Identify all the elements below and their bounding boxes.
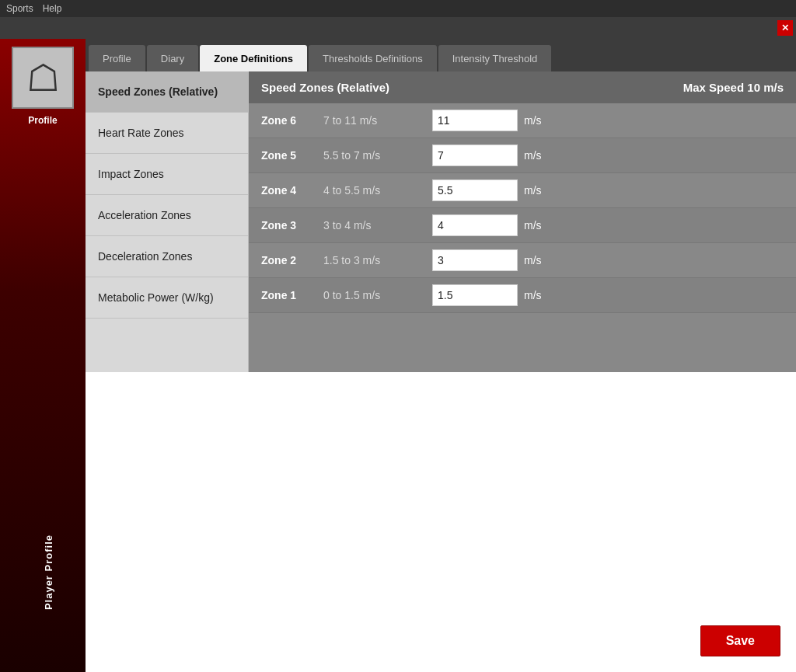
zone-name: Zone 6 bbox=[261, 114, 323, 127]
avatar-icon: ☖ bbox=[26, 56, 60, 99]
zone-nav-speed-zones[interactable]: Speed Zones (Relative) bbox=[86, 71, 248, 113]
zone-range: 5.5 to 7 m/s bbox=[323, 149, 432, 162]
zone-range: 1.5 to 3 m/s bbox=[323, 254, 432, 266]
zone-content: Speed Zones (Relative) Heart Rate Zones … bbox=[86, 71, 796, 372]
zone-panel-max-speed: Max Speed 10 m/s bbox=[683, 81, 784, 94]
zone-name: Zone 4 bbox=[261, 184, 323, 197]
tab-intensity-threshold[interactable]: Intensity Threshold bbox=[438, 45, 552, 71]
tab-profile[interactable]: Profile bbox=[89, 45, 145, 71]
zone-name: Zone 1 bbox=[261, 289, 323, 301]
menu-sports[interactable]: Sports bbox=[6, 3, 33, 14]
save-area: Save bbox=[700, 625, 780, 656]
sidebar: ☖ Profile Player Profile bbox=[0, 39, 86, 672]
zone-name: Zone 3 bbox=[261, 219, 323, 232]
tab-diary[interactable]: Diary bbox=[147, 45, 198, 71]
zone-unit: m/s bbox=[524, 219, 542, 232]
zone-row: Zone 55.5 to 7 m/sm/s bbox=[249, 138, 796, 173]
sidebar-profile-label: Profile bbox=[28, 115, 57, 126]
zone-name: Zone 2 bbox=[261, 254, 323, 266]
zone-name: Zone 5 bbox=[261, 149, 323, 162]
main-panel: Profile Diary Zone Definitions Threshold… bbox=[86, 39, 796, 672]
zone-range: 4 to 5.5 m/s bbox=[323, 184, 432, 197]
zone-nav-deceleration[interactable]: Deceleration Zones bbox=[86, 236, 248, 277]
zone-nav-heart-rate[interactable]: Heart Rate Zones bbox=[86, 113, 248, 154]
zone-range: 0 to 1.5 m/s bbox=[323, 289, 432, 301]
title-bar: ✕ bbox=[0, 17, 796, 39]
zone-rows-container: Zone 67 to 11 m/sm/sZone 55.5 to 7 m/sm/… bbox=[249, 103, 796, 313]
zone-row: Zone 33 to 4 m/sm/s bbox=[249, 208, 796, 243]
panel-background bbox=[86, 372, 796, 673]
zone-value-input[interactable] bbox=[432, 144, 518, 166]
zone-unit: m/s bbox=[524, 114, 542, 127]
zone-panel-title: Speed Zones (Relative) bbox=[261, 81, 389, 94]
zone-range: 7 to 11 m/s bbox=[323, 114, 432, 127]
zone-value-input[interactable] bbox=[432, 214, 518, 236]
zone-unit: m/s bbox=[524, 254, 542, 266]
tab-thresholds-definitions[interactable]: Thresholds Definitions bbox=[309, 45, 437, 71]
tab-zone-definitions[interactable]: Zone Definitions bbox=[200, 45, 307, 71]
main-window: ✕ ☖ Profile Player Profile Profile Diary… bbox=[0, 17, 796, 672]
zone-nav-impact-zones[interactable]: Impact Zones bbox=[86, 154, 248, 195]
zone-value-input[interactable] bbox=[432, 110, 518, 131]
menu-bar: Sports Help bbox=[0, 0, 796, 17]
zone-panel-header: Speed Zones (Relative) Max Speed 10 m/s bbox=[249, 71, 796, 103]
close-button[interactable]: ✕ bbox=[777, 20, 793, 36]
sidebar-vertical-label: Player Profile bbox=[43, 534, 54, 610]
zone-value-input[interactable] bbox=[432, 249, 518, 271]
content-area: ☖ Profile Player Profile Profile Diary Z… bbox=[0, 39, 796, 672]
zone-value-input[interactable] bbox=[432, 179, 518, 201]
tab-bar: Profile Diary Zone Definitions Threshold… bbox=[86, 39, 796, 71]
zone-row: Zone 10 to 1.5 m/sm/s bbox=[249, 278, 796, 313]
zone-nav: Speed Zones (Relative) Heart Rate Zones … bbox=[86, 71, 249, 372]
menu-help[interactable]: Help bbox=[43, 3, 62, 14]
zone-value-input[interactable] bbox=[432, 284, 518, 306]
zone-range: 3 to 4 m/s bbox=[323, 219, 432, 232]
zone-row: Zone 21.5 to 3 m/sm/s bbox=[249, 243, 796, 278]
save-button[interactable]: Save bbox=[700, 625, 780, 656]
zone-row: Zone 44 to 5.5 m/sm/s bbox=[249, 173, 796, 208]
zone-nav-metabolic[interactable]: Metabolic Power (W/kg) bbox=[86, 277, 248, 319]
zone-unit: m/s bbox=[524, 149, 542, 162]
zone-nav-acceleration[interactable]: Acceleration Zones bbox=[86, 195, 248, 236]
zone-unit: m/s bbox=[524, 289, 542, 301]
avatar: ☖ bbox=[12, 47, 74, 109]
zone-panel: Speed Zones (Relative) Max Speed 10 m/s … bbox=[249, 71, 796, 372]
zone-unit: m/s bbox=[524, 184, 542, 197]
zone-row: Zone 67 to 11 m/sm/s bbox=[249, 103, 796, 138]
